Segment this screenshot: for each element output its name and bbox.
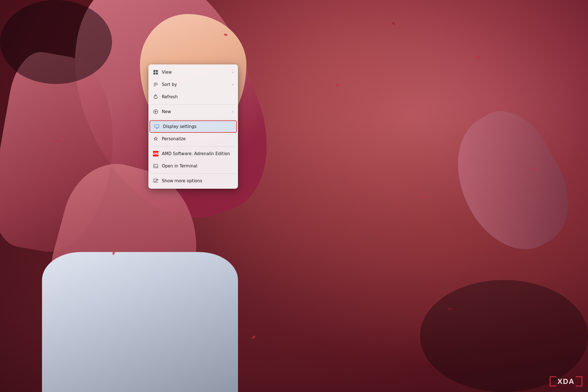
terminal-icon: [153, 163, 158, 169]
menu-item-personalize[interactable]: Personalize: [148, 133, 238, 145]
menu-item-show-more-label: Show more options: [162, 178, 234, 183]
menu-item-refresh[interactable]: Refresh: [148, 91, 238, 103]
new-arrow: ›: [232, 110, 234, 114]
view-arrow: ›: [232, 70, 234, 74]
menu-item-amd[interactable]: AMD AMD Software: Adrenalin Edition: [148, 148, 238, 160]
refresh-icon: [153, 94, 158, 100]
sort-icon: [153, 82, 158, 87]
new-icon: [153, 109, 158, 115]
display-settings-icon: [154, 124, 160, 129]
menu-item-display-settings-label: Display settings: [163, 124, 232, 129]
menu-item-personalize-label: Personalize: [162, 136, 234, 141]
amd-icon: AMD: [153, 151, 158, 157]
menu-item-sort-label: Sort by: [162, 82, 229, 87]
svg-rect-0: [153, 70, 155, 72]
menu-item-view-label: View: [162, 70, 229, 75]
svg-rect-6: [154, 164, 158, 168]
svg-rect-1: [156, 70, 158, 72]
menu-item-sort[interactable]: Sort by ›: [148, 78, 238, 91]
menu-item-new[interactable]: New ›: [148, 106, 238, 118]
separator-2: [151, 119, 235, 119]
menu-item-view[interactable]: View ›: [148, 66, 238, 78]
shadow-topleft: [0, 0, 112, 84]
svg-rect-5: [155, 125, 159, 127]
menu-item-new-label: New: [162, 109, 229, 114]
shadow-bottomright: [420, 280, 588, 392]
separator-4: [151, 173, 235, 174]
svg-rect-3: [156, 73, 158, 74]
menu-item-display-settings[interactable]: Display settings: [150, 120, 237, 133]
view-icon: [153, 69, 158, 75]
sort-arrow: ›: [232, 83, 234, 87]
menu-item-terminal[interactable]: Open in Terminal: [148, 160, 238, 172]
separator-1: [151, 104, 235, 104]
xda-bracket-left: [550, 376, 556, 386]
menu-item-show-more[interactable]: Show more options: [148, 175, 238, 187]
amd-logo: AMD: [153, 151, 158, 157]
menu-item-refresh-label: Refresh: [162, 94, 234, 99]
menu-item-amd-label: AMD Software: Adrenalin Edition: [162, 151, 234, 156]
context-menu: View › Sort by › Refresh: [148, 64, 238, 189]
xda-bracket-right: [576, 376, 582, 386]
svg-rect-2: [153, 73, 155, 74]
menu-item-terminal-label: Open in Terminal: [162, 164, 234, 169]
separator-3: [151, 146, 235, 146]
body-element: [42, 252, 238, 392]
show-more-icon: [153, 178, 158, 184]
xda-watermark: XDA: [550, 376, 582, 386]
svg-rect-7: [154, 179, 157, 181]
personalize-icon: [153, 136, 158, 142]
desktop-background: [0, 0, 588, 392]
xda-text: XDA: [557, 377, 575, 386]
